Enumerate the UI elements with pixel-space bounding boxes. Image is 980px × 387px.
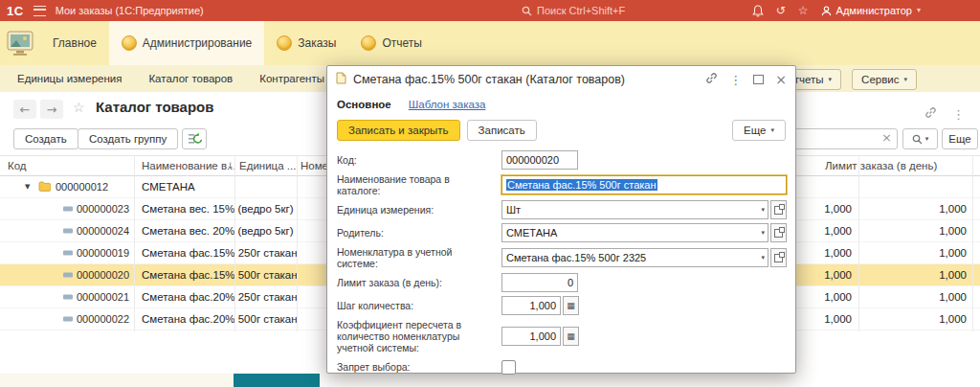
- clear-icon[interactable]: ×: [881, 131, 892, 144]
- field-control: Сметана фас.15% 500г 2325▾: [501, 248, 787, 267]
- list-more-button[interactable]: Еще: [942, 128, 978, 149]
- row-code: 000000020: [77, 269, 129, 281]
- item-icon: [63, 273, 73, 278]
- save-and-close-button[interactable]: Записать и закрыть: [337, 120, 460, 141]
- menu-item-3[interactable]: Контрагенты: [259, 73, 324, 84]
- dialog-tab-2[interactable]: Шаблон заказа: [409, 99, 486, 110]
- field-label: Единица измерения:: [337, 204, 501, 216]
- row-limit-value: 1,000: [846, 291, 967, 303]
- sort-descending-icon: ↓: [227, 162, 234, 171]
- load-list-button[interactable]: [182, 128, 207, 149]
- field-control: Сметана фас.15% 500г стакан: [501, 175, 787, 194]
- open-icon: [774, 206, 783, 215]
- desktop-icon[interactable]: [0, 21, 40, 65]
- maximize-icon[interactable]: [753, 75, 764, 84]
- field-row-unit: Единица измерения:Шт▾: [337, 200, 786, 219]
- list-title-actions: ⋮: [924, 105, 965, 123]
- field-control: СМЕТАНА▾: [501, 223, 787, 242]
- back-button[interactable]: ←: [13, 100, 36, 119]
- chevron-down-icon[interactable]: ▾: [761, 207, 765, 214]
- favorites-star-icon[interactable]: ☆: [798, 5, 809, 16]
- search-icon: [522, 6, 532, 16]
- section-tab-4[interactable]: Отчеты: [348, 21, 434, 65]
- quantity-step-input[interactable]: 1,000: [501, 296, 561, 315]
- section-circle-icon: [277, 35, 292, 51]
- 1c-logo: 1С: [0, 4, 29, 18]
- column-order-limit[interactable]: Лимит заказа (в день): [825, 160, 937, 171]
- parent-open-button[interactable]: [770, 223, 787, 242]
- search-options-button[interactable]: ▾: [902, 128, 938, 149]
- unit-input[interactable]: Шт▾: [501, 200, 768, 219]
- column-unit[interactable]: Единица ...: [239, 160, 296, 171]
- kebab-menu-icon[interactable]: ⋮: [952, 108, 965, 121]
- notifications-bell-icon[interactable]: [752, 5, 764, 17]
- column-divider: [134, 155, 135, 331]
- nomenclature-open-button[interactable]: [770, 248, 787, 267]
- row-code: 000000021: [77, 291, 129, 303]
- create-group-button[interactable]: Создать группу: [78, 128, 178, 149]
- dialog-controls: ⋮ ×: [705, 71, 787, 88]
- unit-open-button[interactable]: [770, 200, 787, 219]
- submenu-button-2[interactable]: Сервис▾: [852, 69, 917, 90]
- chevron-down-icon[interactable]: ▾: [761, 255, 765, 262]
- row-limit-value: 1,000: [846, 313, 967, 325]
- menu-item-2[interactable]: Каталог товаров: [148, 73, 233, 84]
- field-control: 1,000▦: [501, 296, 579, 315]
- column-code[interactable]: Код: [8, 160, 27, 171]
- deny-selection-checkbox[interactable]: [501, 360, 516, 375]
- submenu-button-label: Сервис: [861, 74, 899, 85]
- field-control: [501, 360, 516, 375]
- row-code: 000000012: [56, 181, 108, 193]
- expand-icon[interactable]: ▼: [25, 184, 30, 191]
- parent-input[interactable]: СМЕТАНА▾: [501, 223, 768, 242]
- coefficient-input[interactable]: 1,000: [501, 327, 561, 346]
- favorite-star-icon[interactable]: ☆: [73, 101, 85, 114]
- dialog-title: Сметана фас.15% 500г стакан (Каталог тов…: [353, 73, 705, 86]
- section-tab-label: Главное: [53, 36, 97, 50]
- section-tab-3[interactable]: Заказы: [264, 21, 348, 65]
- item-icon: [63, 317, 73, 322]
- field-row-order-limit: Лимит заказа (в день):0: [337, 273, 786, 292]
- save-button[interactable]: Записать: [467, 120, 537, 141]
- dialog-tab-1[interactable]: Основное: [337, 99, 391, 110]
- folder-icon: [38, 178, 51, 195]
- section-tab-2[interactable]: Администрирование: [109, 21, 264, 65]
- item-icon: [63, 207, 73, 212]
- dialog-more-button[interactable]: Еще ▾: [732, 120, 786, 141]
- user-menu[interactable]: Администратор ▾: [821, 5, 921, 16]
- coefficient-calculator-button[interactable]: ▦: [563, 327, 579, 346]
- dialog-more-label: Еще: [744, 125, 766, 136]
- quantity-step-calculator-button[interactable]: ▦: [563, 296, 579, 315]
- field-label: Коэффициент пересчета в количество номен…: [337, 319, 501, 353]
- refresh-list-icon: [188, 132, 202, 146]
- link-icon[interactable]: [924, 105, 937, 123]
- forward-button[interactable]: →: [40, 100, 63, 119]
- row-limit-value: 1,000: [846, 225, 967, 237]
- field-control: 1,000▦: [501, 327, 579, 346]
- chevron-down-icon[interactable]: ▾: [761, 230, 765, 237]
- column-name[interactable]: Наименование в...: [142, 160, 236, 171]
- code-input[interactable]: 000000020: [501, 150, 578, 170]
- nomenclature-input[interactable]: Сметана фас.15% 500г 2325▾: [501, 248, 768, 267]
- catalog-name-input[interactable]: Сметана фас.15% 500г стакан: [501, 175, 787, 194]
- field-label: Родитель:: [337, 227, 501, 239]
- row-code: 000000019: [77, 247, 129, 259]
- chevron-down-icon: ▾: [925, 136, 929, 143]
- menu-item-1[interactable]: Единицы измерения: [17, 73, 122, 84]
- get-link-icon[interactable]: [705, 71, 718, 88]
- section-tab-1[interactable]: Главное: [40, 21, 109, 65]
- field-label: Шаг количества:: [337, 300, 501, 311]
- row-name: Сметана фас.20% 500г стакан: [142, 313, 298, 325]
- create-button[interactable]: Создать: [13, 128, 78, 149]
- taskbar-fragment[interactable]: [234, 374, 320, 387]
- main-menu-icon[interactable]: [33, 6, 46, 16]
- field-row-parent: Родитель:СМЕТАНА▾: [337, 223, 786, 242]
- global-search[interactable]: Поиск Ctrl+Shift+F: [522, 0, 625, 21]
- history-icon[interactable]: ↺: [776, 5, 786, 16]
- column-divider: [234, 155, 235, 331]
- kebab-menu-icon[interactable]: ⋮: [729, 74, 742, 86]
- close-icon[interactable]: ×: [775, 73, 787, 86]
- section-tab-label: Отчеты: [382, 36, 421, 50]
- order-limit-input[interactable]: 0: [501, 273, 578, 292]
- item-icon: [63, 295, 73, 300]
